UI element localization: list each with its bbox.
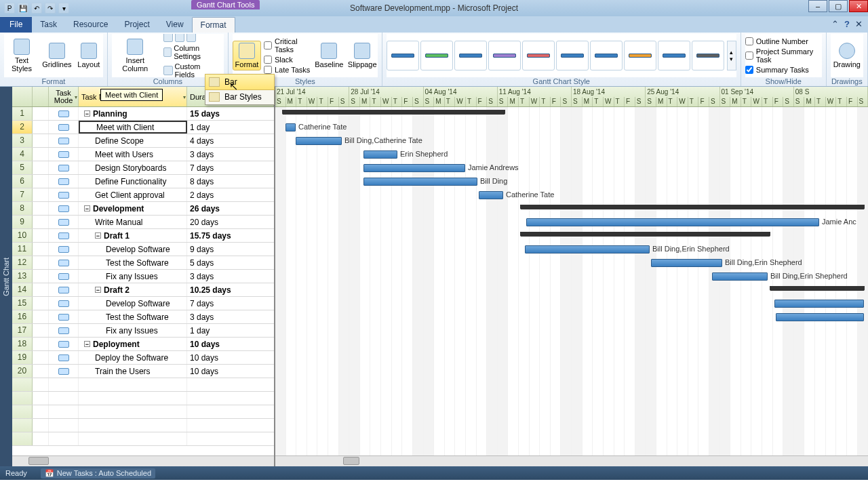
style-swatch[interactable] <box>522 41 555 70</box>
late-tasks-checkbox[interactable]: Late Tasks <box>264 65 311 75</box>
table-row[interactable]: 14−Draft 210.25 days <box>12 283 274 297</box>
align-left-button[interactable] <box>161 34 224 43</box>
minimize-ribbon-icon[interactable]: ⌃ <box>831 19 839 29</box>
table-row[interactable]: 4Meet with Users3 days <box>12 148 274 161</box>
text-styles-button[interactable]: Text Styles <box>4 37 39 74</box>
task-bar[interactable] <box>712 272 768 281</box>
table-row[interactable]: 7Get Client approval2 days <box>12 188 274 202</box>
summary-tasks-checkbox[interactable]: Summary Tasks <box>745 65 822 75</box>
task-bar[interactable] <box>776 313 864 321</box>
summary-bar[interactable] <box>283 110 505 115</box>
slack-checkbox[interactable]: Slack <box>264 55 311 64</box>
redo-icon[interactable]: ↷ <box>45 3 56 14</box>
style-swatch[interactable] <box>420 41 453 70</box>
task-bar[interactable] <box>285 123 296 131</box>
close-button[interactable]: ✕ <box>849 0 868 12</box>
insert-column-button[interactable]: Insert Column <box>112 37 159 74</box>
project-summary-checkbox[interactable]: Project Summary Task <box>745 47 822 64</box>
gantt-hscroll[interactable] <box>275 455 868 466</box>
table-row[interactable]: 12Test the Software5 days <box>12 256 274 270</box>
style-swatch[interactable] <box>556 41 589 70</box>
save-icon[interactable]: 💾 <box>18 3 28 14</box>
table-row[interactable]: 1−Planning15 days <box>12 107 274 121</box>
table-hscroll[interactable] <box>12 455 274 466</box>
timescale-day: F <box>625 97 635 107</box>
gridlines-button[interactable]: Gridlines <box>42 41 72 70</box>
task-bar[interactable] <box>479 191 503 199</box>
table-row[interactable]: 9Write Manual20 days <box>12 216 274 229</box>
task-bar[interactable] <box>363 150 397 159</box>
table-row[interactable]: 19Deploy the Software10 days <box>12 351 274 365</box>
bar-label: Catherine Tate <box>506 190 554 199</box>
table-row[interactable]: 15Develop Software7 days <box>12 297 274 310</box>
table-row[interactable]: 8−Development26 days <box>12 202 274 216</box>
table-row[interactable]: 16Test the Software3 days <box>12 310 274 324</box>
table-row[interactable]: 2Meet with Client1 day <box>12 121 274 134</box>
status-new-tasks[interactable]: 📅 New Tasks : Auto Scheduled <box>41 468 155 479</box>
style-swatch[interactable] <box>387 41 419 70</box>
window-close-small-icon[interactable]: ✕ <box>855 19 863 29</box>
critical-tasks-checkbox[interactable]: Critical Tasks <box>264 37 311 54</box>
table-row[interactable]: 3Define Scope4 days <box>12 134 274 148</box>
gallery-more-button[interactable]: ▴▾ <box>727 41 736 70</box>
qat-more-icon[interactable]: ▾ <box>58 3 69 14</box>
task-bar[interactable] <box>526 218 819 226</box>
style-swatch[interactable] <box>488 41 521 70</box>
summary-bar[interactable] <box>521 205 864 209</box>
tab-view[interactable]: View <box>158 17 192 33</box>
group-format: Text Styles Gridlines Layout Format <box>0 33 108 86</box>
style-swatch[interactable] <box>624 41 656 70</box>
view-sidebar[interactable]: Gantt Chart <box>0 87 12 466</box>
auto-schedule-icon <box>58 110 69 117</box>
tab-file[interactable]: File <box>0 17 32 33</box>
header-indicators[interactable] <box>33 87 49 106</box>
tab-format[interactable]: Format <box>192 17 235 33</box>
task-bar[interactable] <box>651 259 722 267</box>
timescale-day: S <box>783 97 794 107</box>
table-row[interactable]: 20Train the Users10 days <box>12 365 274 378</box>
table-row[interactable]: 5Design Storyboards7 days <box>12 161 274 175</box>
task-grid[interactable]: 1−Planning15 days2Meet with Client1 day3… <box>12 107 274 455</box>
layout-button[interactable]: Layout <box>75 41 103 70</box>
task-bar[interactable] <box>525 245 650 253</box>
table-row[interactable]: 6Define Functionality8 days <box>12 175 274 188</box>
table-row[interactable]: 10−Draft 115.75 days <box>12 229 274 243</box>
menu-item-bar-styles[interactable]: Bar Styles <box>205 89 274 104</box>
slippage-button[interactable]: Slippage <box>347 41 378 70</box>
task-bar[interactable] <box>774 300 864 308</box>
table-row[interactable]: 18−Deployment10 days <box>12 338 274 351</box>
timescale-day: W <box>604 97 614 107</box>
summary-bar[interactable] <box>521 232 770 237</box>
format-dropdown-button[interactable]: Format <box>233 41 261 70</box>
timescale-week: 04 Aug '14 <box>424 87 498 97</box>
app-icon[interactable]: P <box>4 3 15 14</box>
table-row[interactable]: 13Fix any Issues3 days <box>12 270 274 283</box>
style-swatch[interactable] <box>590 41 623 70</box>
table-row[interactable]: 11Develop Software9 days <box>12 243 274 256</box>
header-task-mode[interactable]: Task Mode▾ <box>49 87 79 106</box>
header-rownum[interactable] <box>12 87 33 106</box>
task-bar[interactable] <box>363 164 465 172</box>
help-icon[interactable]: ? <box>844 19 850 29</box>
style-swatch[interactable] <box>692 41 724 70</box>
menu-item-bar[interactable]: Bar <box>205 74 275 90</box>
undo-icon[interactable]: ↶ <box>31 3 42 14</box>
style-swatch[interactable] <box>454 41 487 70</box>
table-row[interactable]: 17Fix any Issues1 day <box>12 324 274 338</box>
drawing-button[interactable]: Drawing <box>831 41 863 70</box>
baseline-button[interactable]: Baseline <box>314 41 344 70</box>
task-bar[interactable] <box>363 178 477 186</box>
outline-number-checkbox[interactable]: Outline Number <box>745 37 822 46</box>
gantt-style-gallery[interactable] <box>387 41 724 70</box>
column-settings-button[interactable]: Column Settings <box>161 43 224 61</box>
style-swatch[interactable] <box>658 41 690 70</box>
tab-resource[interactable]: Resource <box>65 17 116 33</box>
summary-bar[interactable] <box>770 286 864 291</box>
gantt-body[interactable]: Catherine TateBill Ding,Catherine TateEr… <box>275 107 868 455</box>
minimize-button[interactable]: – <box>808 0 827 12</box>
tab-project[interactable]: Project <box>116 17 157 33</box>
maximize-button[interactable]: ▢ <box>829 0 848 12</box>
tab-task[interactable]: Task <box>32 17 65 33</box>
timescale-day: T <box>540 97 551 107</box>
task-bar[interactable] <box>296 137 342 145</box>
